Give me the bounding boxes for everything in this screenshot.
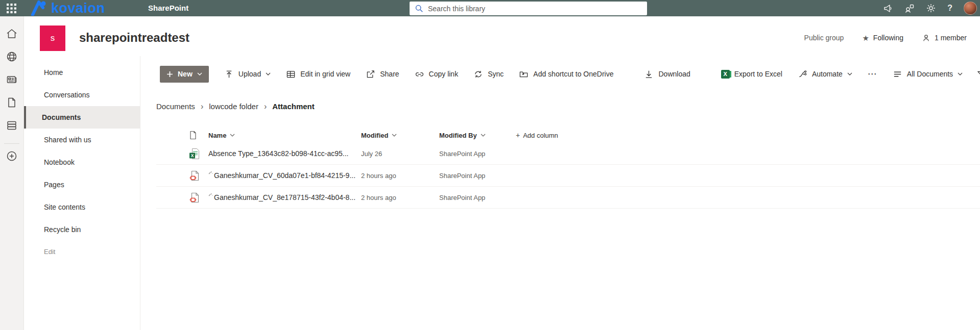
export-to-excel-button[interactable]: X Export to Excel [721,70,782,79]
members-button[interactable]: 1 member [922,34,967,42]
sharepoint-page: kovaion SharePoint [0,0,980,330]
members-label: 1 member [935,34,967,42]
sync-label: Sync [488,70,504,78]
copy-link-button[interactable]: Copy link [415,69,459,79]
sidebar-item-notebook[interactable]: Notebook [24,151,140,173]
view-selector-label: All Documents [907,70,953,78]
suite-bar: kovaion SharePoint [0,0,980,16]
sidebar-item-documents[interactable]: Documents [24,106,140,129]
new-button-label: New [178,70,193,78]
file-name[interactable]: Absence Type_13643c82-b098-41cc-ac95... [208,149,361,158]
rail-right: s sharepointreadtest Public group ★ Foll… [24,16,980,330]
document-icon [189,131,197,140]
breadcrumb-documents[interactable]: Documents [156,102,195,111]
file-modified-by[interactable]: SharePoint App [439,194,516,201]
file-modified-by[interactable]: SharePoint App [439,150,516,158]
sidebar-item-pages[interactable]: Pages [24,173,140,196]
chevron-down-icon [392,134,397,137]
file-name-text: Ganeshkumar_CV_60da07e1-bf84-4215-9... [214,171,355,180]
home-icon[interactable] [6,28,18,40]
chevron-down-icon [266,72,271,75]
app-launcher-icon[interactable] [7,4,16,13]
upload-button[interactable]: Upload [224,69,271,79]
breadcrumb: Documents › lowcode folder › Attachment [156,102,980,111]
add-shortcut-onedrive-button[interactable]: Add shortcut to OneDrive [519,69,613,79]
privacy-label: Public group [804,34,844,42]
add-column-button[interactable]: + Add column [516,131,980,139]
pdf-file-icon [189,192,208,204]
download-button[interactable]: Download [644,69,690,79]
sync-button[interactable]: Sync [473,69,504,79]
file-modified: July 26 [361,150,439,158]
breadcrumb-lowcode-folder[interactable]: lowcode folder [209,102,258,111]
chevron-down-icon [847,72,852,75]
edit-in-grid-view-label: Edit in grid view [300,70,350,78]
sidebar-item-conversations[interactable]: Conversations [24,84,140,106]
file-name[interactable]: Ganeshkumar_CV_60da07e1-bf84-4215-9... [208,171,361,180]
sidebar-nav: Home Conversations Documents Shared with… [24,56,140,330]
help-icon[interactable]: ? [947,4,952,13]
edit-in-grid-view-button[interactable]: Edit in grid view [286,69,350,79]
following-button[interactable]: ★ Following [862,34,903,42]
database-icon[interactable] [6,119,18,132]
site-logo[interactable]: s [40,26,65,51]
file-icon[interactable] [6,96,18,109]
modified-column-header[interactable]: Modified [361,132,439,139]
table-row[interactable]: Ganeshkumar_CV_60da07e1-bf84-4215-9... 2… [156,165,980,187]
sidebar-item-home[interactable]: Home [24,61,140,84]
sidebar-item-site-contents[interactable]: Site contents [24,196,140,218]
news-icon[interactable] [6,73,18,86]
app-name: SharePoint [148,4,188,12]
view-list-icon [893,69,902,79]
search-box[interactable] [410,2,647,15]
file-modified-by[interactable]: SharePoint App [439,172,516,180]
automate-button[interactable]: Automate [798,69,852,79]
search-icon [415,4,423,13]
gear-icon[interactable] [926,3,936,13]
modified-by-column-header[interactable]: Modified By [439,132,516,139]
file-type-column-header[interactable] [189,131,208,140]
add-column-label: Add column [523,132,558,139]
kovaion-logo[interactable]: kovaion [30,1,105,16]
chevron-down-icon [230,134,235,137]
person-icon [922,34,930,42]
automate-label: Automate [812,70,843,78]
search-input[interactable] [428,5,642,13]
create-plus-icon[interactable] [6,150,18,162]
filter-button[interactable] [976,69,980,79]
table-row[interactable]: X Absence Type_13643c82-b098-41cc-ac95..… [156,143,980,165]
excel-icon: X [721,70,730,79]
site-title: sharepointreadtest [79,31,189,45]
table-row[interactable]: Ganeshkumar_CV_8e178715-43f2-4b04-8... 2… [156,187,980,209]
sidebar-edit-link[interactable]: Edit [24,241,140,263]
download-label: Download [658,70,690,78]
folder-shortcut-icon [519,69,529,79]
filter-icon [976,69,980,79]
document-list: Name Modified Modified By [156,128,980,209]
body-row: Home Conversations Documents Shared with… [24,56,980,330]
people-apps-icon[interactable] [904,3,915,13]
svg-text:X: X [191,153,194,158]
megaphone-icon[interactable] [883,3,893,13]
export-to-excel-label: Export to Excel [734,70,782,78]
user-avatar[interactable] [964,2,977,15]
file-modified: 2 hours ago [361,172,439,180]
view-selector-button[interactable]: All Documents [893,69,963,79]
brand-name: kovaion [51,1,105,16]
file-name[interactable]: Ganeshkumar_CV_8e178715-43f2-4b04-8... [208,193,361,201]
add-shortcut-onedrive-label: Add shortcut to OneDrive [533,70,613,78]
globe-icon[interactable] [6,50,18,63]
more-commands-icon[interactable]: ⋯ [868,71,877,77]
download-icon [644,69,654,79]
site-meta: Public group ★ Following 1 member [804,34,980,42]
share-icon [366,69,375,79]
share-button[interactable]: Share [366,69,399,79]
plus-icon: + [516,131,520,139]
sidebar-item-recycle-bin[interactable]: Recycle bin [24,218,140,241]
sidebar-item-shared-with-us[interactable]: Shared with us [24,129,140,151]
new-button[interactable]: New [160,66,209,83]
name-column-header[interactable]: Name [208,132,361,139]
command-bar-right: All Documents [893,69,980,79]
plus-icon [166,71,173,78]
link-icon [415,69,424,79]
